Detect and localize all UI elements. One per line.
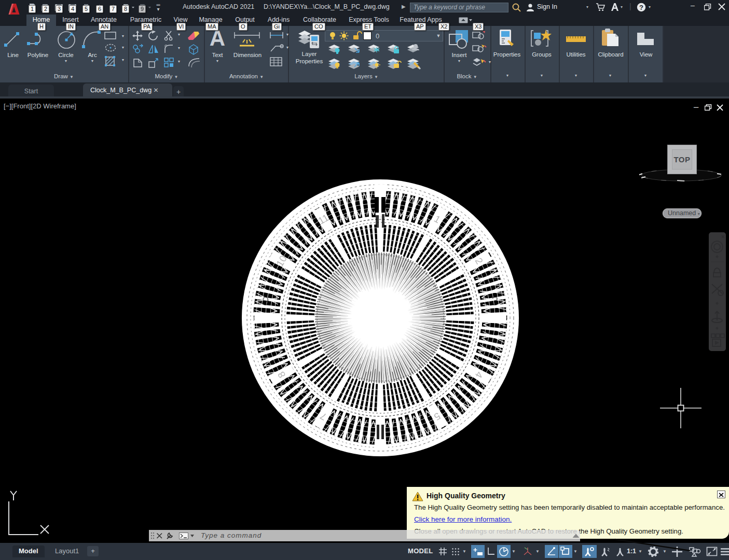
- svg-text:9: 9: [262, 294, 269, 308]
- svg-text:?: ?: [639, 4, 643, 11]
- svg-text:3: 3: [491, 294, 498, 308]
